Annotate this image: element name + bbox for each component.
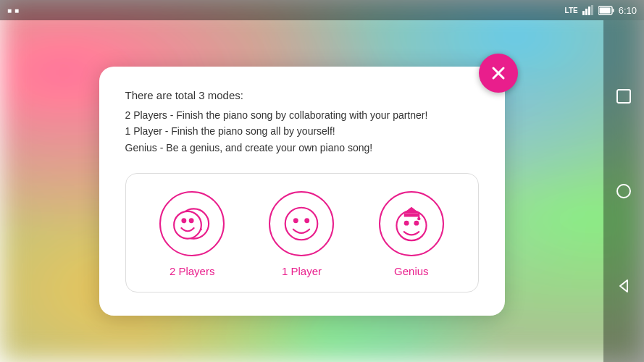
description-line-2: 2 Players - Finish the piano song by col… [125, 107, 479, 123]
svg-point-18 [293, 218, 298, 223]
status-bar: ■ ■ LTE 6:10 [0, 0, 644, 20]
mode-container: 2 Players 1 Player [125, 173, 479, 292]
svg-marker-9 [620, 280, 627, 292]
status-icons: ■ ■ [7, 7, 19, 14]
description-line-3: 1 Player - Finish the piano song all by … [125, 123, 479, 139]
one-player-option[interactable]: 1 Player [262, 191, 341, 277]
modal-description: There are total 3 modes: 2 Players - Fin… [125, 87, 479, 156]
app-icon-1: ■ [7, 7, 12, 14]
svg-rect-0 [582, 11, 585, 15]
svg-point-26 [417, 217, 420, 220]
nav-bar [603, 20, 644, 362]
app-icon-2: ■ [14, 7, 19, 14]
modal-dialog: There are total 3 modes: 2 Players - Fin… [99, 67, 505, 316]
one-player-label: 1 Player [282, 265, 322, 277]
lte-icon: LTE [565, 7, 578, 14]
svg-rect-2 [588, 7, 590, 15]
modal-overlay: There are total 3 modes: 2 Players - Fin… [0, 20, 603, 362]
svg-point-14 [174, 211, 201, 239]
back-icon[interactable] [614, 276, 634, 296]
svg-rect-6 [599, 7, 610, 13]
square-icon[interactable] [614, 86, 634, 106]
two-players-circle [159, 191, 225, 256]
battery-icon [598, 6, 614, 15]
svg-point-19 [305, 218, 310, 223]
svg-point-21 [404, 221, 409, 226]
genius-option[interactable]: Genius [372, 191, 451, 277]
two-players-option[interactable]: 2 Players [152, 191, 232, 277]
two-players-label: 2 Players [170, 265, 215, 277]
circle-icon[interactable] [614, 181, 634, 201]
svg-rect-3 [591, 5, 593, 15]
description-line-1: There are total 3 modes: [125, 87, 479, 104]
svg-rect-7 [617, 90, 630, 103]
svg-rect-5 [612, 9, 614, 12]
svg-point-16 [189, 218, 194, 223]
svg-rect-23 [404, 214, 419, 217]
close-button[interactable] [479, 54, 518, 93]
signal-icon [582, 5, 594, 15]
svg-rect-1 [585, 9, 587, 15]
genius-label: Genius [394, 265, 429, 277]
svg-point-17 [285, 208, 318, 240]
time-display: 6:10 [619, 5, 637, 16]
svg-point-8 [617, 185, 630, 198]
one-player-circle [269, 191, 334, 256]
description-line-4: Genius - Be a genius, and create your ow… [125, 140, 479, 156]
svg-marker-24 [403, 207, 419, 214]
svg-point-22 [414, 221, 419, 226]
genius-circle [379, 191, 444, 256]
svg-point-15 [182, 218, 187, 223]
